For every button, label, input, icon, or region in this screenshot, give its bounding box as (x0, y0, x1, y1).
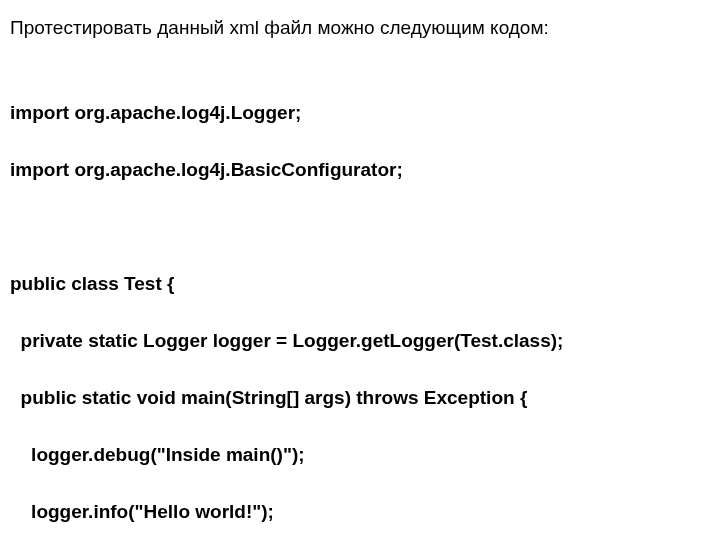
code-line: import org.apache.log4j.Logger; (10, 99, 710, 128)
blank-line (10, 213, 710, 241)
code-line: public static void main(String[] args) t… (10, 384, 710, 413)
code-line: logger.info("Hello world!"); (10, 498, 710, 527)
code-line: public class Test { (10, 270, 710, 299)
code-line: import org.apache.log4j.BasicConfigurato… (10, 156, 710, 185)
code-line: private static Logger logger = Logger.ge… (10, 327, 710, 356)
code-block: import org.apache.log4j.Logger; import o… (10, 71, 710, 541)
intro-text: Протестировать данный xml файл можно сле… (10, 14, 710, 43)
code-line: logger.debug("Inside main()"); (10, 441, 710, 470)
